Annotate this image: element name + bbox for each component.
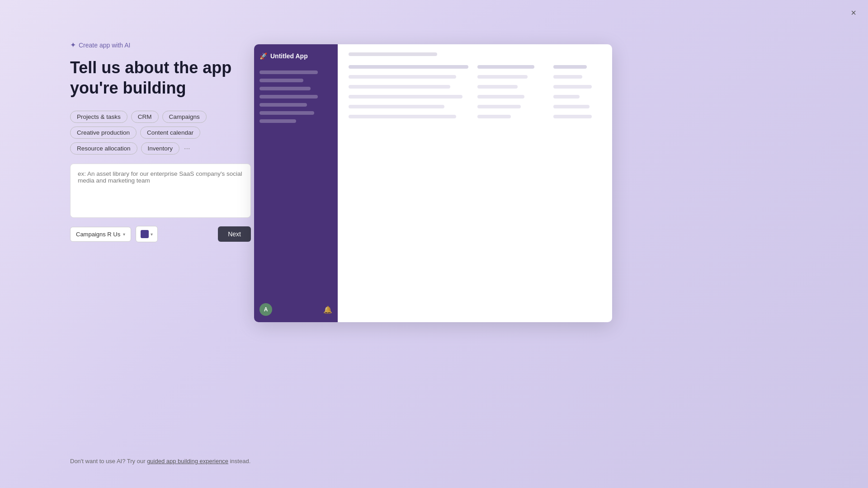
close-button[interactable]: × [847,6,860,19]
create-app-label: ✦ Create app with AI [70,41,251,49]
sidebar-sk-2 [259,79,303,82]
tag-creative-production[interactable]: Creative production [70,127,137,139]
sidebar-sk-7 [259,119,296,123]
row3-col3 [553,95,580,99]
tag-inventory[interactable]: Inventory [141,142,180,155]
guided-experience-link[interactable]: guided app building experience [147,458,228,465]
row1-col3 [553,75,582,79]
left-panel: ✦ Create app with AI Tell us about the a… [70,41,251,242]
color-picker-button[interactable]: ▾ [136,226,158,242]
row2-col3 [553,85,592,89]
header-col3 [553,65,587,69]
avatar: A [259,303,272,316]
sidebar-sk-5 [259,103,307,107]
row5-col1 [349,115,456,118]
bottom-controls: Campaigns R Us ▾ ▾ Next [70,226,251,242]
tag-resource-allocation[interactable]: Resource allocation [70,142,137,155]
row5-col2 [477,115,511,118]
header-col2 [477,65,534,69]
row5-col3 [553,115,592,118]
preview-sidebar: 🚀 Untitled App A 🔔 [254,44,338,322]
color-chevron-icon: ▾ [151,232,153,237]
tag-projects-tasks[interactable]: Projects & tasks [70,111,127,123]
rocket-icon: 🚀 [259,52,267,60]
preview-app-name: 🚀 Untitled App [259,51,332,61]
sparkle-icon: ✦ [70,41,76,49]
color-swatch [141,230,149,238]
sidebar-sk-4 [259,95,318,99]
tag-campaigns[interactable]: Campaigns [162,111,207,123]
tags-area: Projects & tasks CRM Campaigns Creative … [70,111,251,155]
more-tags-button[interactable]: ··· [183,142,191,155]
table-row [349,95,601,99]
table-header-row [349,65,601,69]
tag-crm[interactable]: CRM [131,111,159,123]
table-skeleton [349,65,601,118]
row2-col1 [349,85,450,89]
workspace-chevron-icon: ▾ [123,232,125,237]
table-row [349,75,601,79]
app-preview: 🚀 Untitled App A 🔔 [254,44,612,322]
tag-content-calendar[interactable]: Content calendar [140,127,200,139]
main-heading: Tell us about the app you're building [70,57,251,98]
row3-col2 [477,95,524,99]
row1-col1 [349,75,456,79]
header-col1 [349,65,468,69]
row4-col1 [349,105,444,108]
sidebar-sk-3 [259,87,311,90]
sidebar-skeleton [259,70,332,299]
description-textarea[interactable] [78,170,243,211]
row4-col3 [553,105,589,108]
sidebar-sk-6 [259,111,314,115]
row1-col2 [477,75,528,79]
main-sk-top [349,52,437,56]
sidebar-sk-1 [259,70,318,74]
workspace-dropdown[interactable]: Campaigns R Us ▾ [70,227,131,242]
preview-sidebar-footer: A 🔔 [259,299,332,316]
bell-icon: 🔔 [323,305,332,314]
row3-col1 [349,95,462,99]
table-row [349,105,601,108]
next-button[interactable]: Next [218,226,251,242]
row4-col2 [477,105,521,108]
footer: Don't want to use AI? Try our guided app… [70,458,250,465]
table-row [349,85,601,89]
preview-main-content [338,44,612,322]
table-row [349,115,601,118]
description-input-wrapper [70,164,251,218]
row2-col2 [477,85,518,89]
